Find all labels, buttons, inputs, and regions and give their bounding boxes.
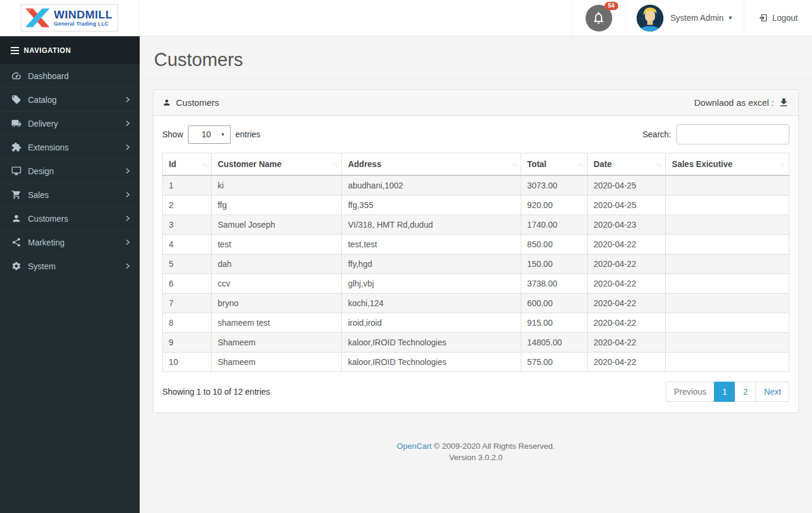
search-input[interactable] bbox=[676, 124, 789, 144]
sidebar-item-design[interactable]: Design bbox=[0, 159, 140, 183]
column-header-date[interactable]: Date↑↓ bbox=[587, 153, 666, 176]
cell-total: 575.00 bbox=[521, 353, 587, 372]
column-header-sales-executive[interactable]: Sales Exicutive↑↓ bbox=[666, 153, 789, 176]
copyright-line: OpenCart © 2009-2020 All Rights Reserved… bbox=[140, 440, 812, 452]
version-text: Version 3.0.2.0 bbox=[140, 452, 812, 463]
cell-id: 6 bbox=[163, 274, 212, 294]
opencart-link[interactable]: OpenCart bbox=[397, 442, 432, 451]
column-label: Total bbox=[527, 159, 546, 169]
sidebar-item-marketing[interactable]: Marketing bbox=[0, 231, 140, 254]
cell-id: 5 bbox=[163, 254, 212, 274]
cell-total: 1740.00 bbox=[521, 215, 587, 235]
table-info: Showing 1 to 10 of 12 entries bbox=[162, 387, 270, 396]
sidebar-item-sales[interactable]: Sales bbox=[0, 183, 140, 207]
column-header-id[interactable]: Id↑↓ bbox=[163, 153, 212, 176]
search-label: Search: bbox=[643, 130, 671, 139]
cell-address: kochi,124 bbox=[342, 294, 521, 313]
pagination-page-2[interactable]: 2 bbox=[735, 382, 756, 402]
column-label: Address bbox=[348, 159, 381, 169]
sidebar-item-dashboard[interactable]: Dashboard bbox=[0, 64, 140, 88]
table-row: 6ccvglhj,vbj3738.002020-04-22 bbox=[163, 274, 789, 294]
tag-icon bbox=[11, 95, 21, 105]
sidebar-item-label: Extensions bbox=[28, 143, 124, 152]
column-header-customer-name[interactable]: Customer Name↑↓ bbox=[212, 153, 342, 176]
sidebar-header-label: NAVIGATION bbox=[24, 46, 71, 55]
hamburger-icon bbox=[11, 47, 19, 54]
pagination-next[interactable]: Next bbox=[756, 382, 789, 402]
cell-id: 2 bbox=[163, 196, 212, 215]
column-label: Customer Name bbox=[218, 159, 281, 169]
cell-total: 920.00 bbox=[521, 196, 587, 215]
column-header-address[interactable]: Address↑↓ bbox=[342, 153, 521, 176]
cell-sales_executive bbox=[666, 175, 789, 196]
panel-body: Show 10 ▼ entries Search: bbox=[153, 116, 798, 413]
page-length-value: 10 bbox=[202, 130, 211, 139]
cell-id: 1 bbox=[163, 175, 212, 196]
cell-date: 2020-04-22 bbox=[587, 254, 666, 274]
pagination-previous[interactable]: Previous bbox=[666, 382, 715, 402]
table-row: 1kiabudhani,10023073.002020-04-25 bbox=[163, 175, 789, 196]
sort-icon: ↑↓ bbox=[512, 161, 517, 168]
cell-id: 4 bbox=[163, 235, 212, 254]
windmill-pinwheel-icon bbox=[24, 7, 51, 29]
user-icon bbox=[11, 213, 21, 224]
cell-name: ffg bbox=[212, 196, 342, 215]
table-header: Id↑↓ Customer Name↑↓ Address↑↓ Total↑↓ D… bbox=[163, 153, 789, 176]
home-logo-link[interactable]: WINDMILL General Trading LLC bbox=[0, 0, 140, 36]
cell-date: 2020-04-23 bbox=[587, 215, 666, 235]
desktop-icon bbox=[11, 166, 21, 176]
entries-label: entries bbox=[235, 130, 260, 139]
user-menu[interactable]: System Admin ▼ bbox=[625, 0, 744, 36]
cell-name: shameem test bbox=[212, 313, 342, 333]
cell-id: 7 bbox=[163, 294, 212, 313]
cell-name: Shameem bbox=[212, 333, 342, 353]
sidebar-item-label: Dashboard bbox=[28, 71, 131, 81]
logout-button[interactable]: Logout bbox=[744, 0, 812, 36]
sidebar-item-catalog[interactable]: Catalog bbox=[0, 88, 140, 112]
cell-address: iroid,iroid bbox=[342, 313, 521, 333]
sidebar-item-label: Design bbox=[28, 166, 124, 176]
notifications-button[interactable]: 54 bbox=[572, 0, 625, 36]
page-length-select[interactable]: 10 ▼ bbox=[188, 125, 231, 144]
sidebar-item-customers[interactable]: Customers bbox=[0, 207, 140, 231]
panel-heading: Customers Downlaod as excel : bbox=[153, 90, 798, 116]
user-name: System Admin bbox=[671, 13, 723, 23]
cell-sales_executive bbox=[666, 254, 789, 274]
brand-name: WINDMILL bbox=[54, 9, 113, 20]
logo-text: WINDMILL General Trading LLC bbox=[54, 9, 113, 27]
cell-date: 2020-04-25 bbox=[587, 175, 666, 196]
cell-address: abudhani,1002 bbox=[342, 175, 521, 196]
cell-name: dah bbox=[212, 254, 342, 274]
cell-date: 2020-04-22 bbox=[587, 333, 666, 353]
sidebar-item-delivery[interactable]: Delivery bbox=[0, 112, 140, 136]
show-label: Show bbox=[162, 130, 183, 139]
cell-date: 2020-04-25 bbox=[587, 196, 666, 215]
sidebar-item-extensions[interactable]: Extensions bbox=[0, 136, 140, 159]
brand-tagline: General Trading LLC bbox=[54, 21, 113, 27]
cell-address: VI/318, HMT Rd,dudud bbox=[342, 215, 521, 235]
cell-sales_executive bbox=[666, 313, 789, 333]
cell-name: bryno bbox=[212, 294, 342, 313]
windmill-logo: WINDMILL General Trading LLC bbox=[21, 4, 119, 32]
footer: OpenCart © 2009-2020 All Rights Reserved… bbox=[140, 440, 812, 463]
column-header-total[interactable]: Total↑↓ bbox=[521, 153, 587, 176]
cell-sales_executive bbox=[666, 196, 789, 215]
tachometer-icon bbox=[11, 71, 21, 81]
chevron-right-icon bbox=[124, 215, 131, 222]
cell-address: ffg,355 bbox=[342, 196, 521, 215]
cell-name: ki bbox=[212, 175, 342, 196]
gear-icon bbox=[11, 261, 21, 271]
sidebar-item-label: Customers bbox=[28, 214, 124, 224]
sidebar-item-label: Delivery bbox=[28, 119, 124, 128]
download-excel-label: Downlaod as excel : bbox=[694, 97, 774, 108]
column-label: Id bbox=[169, 159, 176, 169]
pagination-page-1[interactable]: 1 bbox=[714, 382, 735, 402]
download-excel-link[interactable]: Downlaod as excel : bbox=[694, 97, 789, 108]
cell-address: kaloor,IROID Technologies bbox=[342, 353, 521, 372]
sidebar-item-label: Sales bbox=[28, 190, 124, 200]
sidebar-item-system[interactable]: System bbox=[0, 254, 140, 278]
cell-total: 14805.00 bbox=[521, 333, 587, 353]
sidebar-menu: Dashboard Catalog Delivery Extensions De… bbox=[0, 64, 140, 278]
sidebar-header: NAVIGATION bbox=[0, 36, 140, 64]
logout-icon bbox=[759, 13, 768, 23]
